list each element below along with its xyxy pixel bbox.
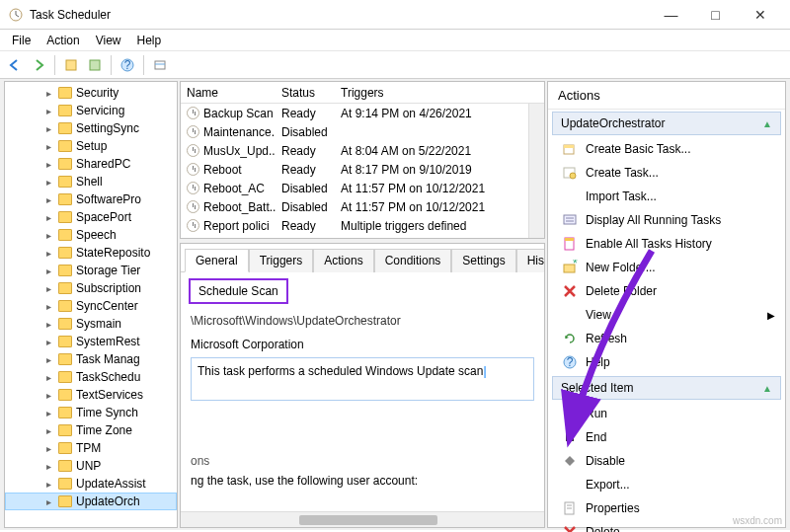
action-delete-folder[interactable]: Delete Folder <box>548 279 785 303</box>
expand-icon[interactable]: ▸ <box>42 479 54 490</box>
actions-group-selected[interactable]: Selected Item▲ <box>552 376 781 400</box>
expand-icon[interactable]: ▸ <box>42 461 54 472</box>
tree-node-task manag[interactable]: ▸Task Manag <box>5 350 177 368</box>
tab-conditions[interactable]: Conditions <box>374 249 452 272</box>
tab-settings[interactable]: Settings <box>451 249 515 272</box>
tree-node-tpm[interactable]: ▸TPM <box>5 439 177 457</box>
expand-icon[interactable]: ▸ <box>42 266 54 276</box>
tree-node-setup[interactable]: ▸Setup <box>5 137 177 155</box>
col-triggers[interactable]: Triggers <box>335 84 544 102</box>
expand-icon[interactable]: ▸ <box>42 141 54 152</box>
expand-icon[interactable]: ▸ <box>42 443 54 454</box>
maximize-button[interactable]: □ <box>693 1 738 29</box>
close-button[interactable]: ✕ <box>738 1 782 29</box>
action-enable-all-tasks-history[interactable]: Enable All Tasks History <box>548 232 785 256</box>
tree-node-speech[interactable]: ▸Speech <box>5 226 177 244</box>
action-new-folder[interactable]: *New Folder... <box>548 256 785 279</box>
expand-icon[interactable]: ▸ <box>42 408 54 418</box>
expand-icon[interactable]: ▸ <box>42 159 54 170</box>
tree-node-updateorch[interactable]: ▸UpdateOrch <box>5 493 177 510</box>
tree-node-time synch[interactable]: ▸Time Synch <box>5 404 177 421</box>
expand-icon[interactable]: ▸ <box>42 106 54 116</box>
task-row[interactable]: Maintenance...Disabled <box>181 122 544 141</box>
expand-icon[interactable]: ▸ <box>42 319 54 330</box>
nav-tree[interactable]: ▸Security▸Servicing▸SettingSync▸Setup▸Sh… <box>4 81 178 528</box>
task-row[interactable]: Reboot_ACDisabledAt 11:57 PM on 10/12/20… <box>181 179 544 197</box>
expand-icon[interactable]: ▸ <box>42 283 54 294</box>
task-row[interactable]: Report policiReadyMultiple triggers defi… <box>181 216 544 235</box>
tree-node-spaceport[interactable]: ▸SpacePort <box>5 208 177 226</box>
expand-icon[interactable]: ▸ <box>42 230 54 241</box>
tree-node-security[interactable]: ▸Security <box>5 84 177 102</box>
expand-icon[interactable]: ▸ <box>42 390 54 401</box>
task-row[interactable]: RebootReadyAt 8:17 PM on 9/10/2019 <box>181 160 544 179</box>
expand-icon[interactable]: ▸ <box>42 248 54 259</box>
tree-node-time zone[interactable]: ▸Time Zone <box>5 421 177 439</box>
tree-node-sharedpc[interactable]: ▸SharedPC <box>5 155 177 173</box>
tree-node-subscription[interactable]: ▸Subscription <box>5 279 177 297</box>
expand-icon[interactable]: ▸ <box>42 88 54 99</box>
expand-icon[interactable]: ▸ <box>42 337 54 347</box>
task-description[interactable]: This task performs a scheduled Windows U… <box>191 357 534 401</box>
toolbar-icon-1[interactable] <box>60 54 82 76</box>
action-display-all-running-tasks[interactable]: Display All Running Tasks <box>548 208 785 232</box>
help-icon[interactable]: ? <box>117 54 138 76</box>
folder-icon <box>58 105 72 116</box>
tree-node-settingsync[interactable]: ▸SettingSync <box>5 119 177 137</box>
action-create-task[interactable]: Create Task... <box>548 161 785 185</box>
menu-view[interactable]: View <box>88 32 129 49</box>
action-import-task[interactable]: Import Task... <box>548 185 785 208</box>
tree-node-textservices[interactable]: ▸TextServices <box>5 386 177 404</box>
tree-node-storage tier[interactable]: ▸Storage Tier <box>5 262 177 279</box>
action-help[interactable]: ?Help <box>548 350 785 374</box>
expand-icon[interactable]: ▸ <box>42 123 54 134</box>
menu-file[interactable]: File <box>4 32 39 49</box>
task-row[interactable]: Backup ScanReadyAt 9:14 PM on 4/26/2021 <box>181 104 544 122</box>
back-button[interactable] <box>4 54 26 76</box>
expand-icon[interactable]: ▸ <box>42 301 54 312</box>
toolbar-icon-3[interactable] <box>149 54 171 76</box>
action-end[interactable]: End <box>548 425 785 449</box>
action-refresh[interactable]: Refresh <box>548 327 785 350</box>
forward-button[interactable] <box>28 54 49 76</box>
expand-icon[interactable]: ▸ <box>42 354 54 365</box>
action-run[interactable]: Run <box>548 402 785 425</box>
actions-group-orchestrator[interactable]: UpdateOrchestrator▲ <box>552 112 781 135</box>
expand-icon[interactable]: ▸ <box>42 177 54 188</box>
action-create-basic-task[interactable]: Create Basic Task... <box>548 137 785 161</box>
tree-node-softwarepro[interactable]: ▸SoftwarePro <box>5 190 177 208</box>
task-row[interactable]: MusUx_Upd...ReadyAt 8:04 AM on 5/22/2021 <box>181 141 544 160</box>
task-list[interactable]: Name Status Triggers Backup ScanReadyAt … <box>180 81 545 239</box>
tree-node-systemrest[interactable]: ▸SystemRest <box>5 333 177 350</box>
expand-icon[interactable]: ▸ <box>42 425 54 436</box>
tree-node-shell[interactable]: ▸Shell <box>5 173 177 190</box>
tab-triggers[interactable]: Triggers <box>249 249 314 272</box>
tree-node-updateassist[interactable]: ▸UpdateAssist <box>5 475 177 493</box>
task-row[interactable]: Reboot_Batt...DisabledAt 11:57 PM on 10/… <box>181 197 544 216</box>
details-hscroll[interactable] <box>181 511 544 527</box>
toolbar-icon-2[interactable] <box>84 54 106 76</box>
expand-icon[interactable]: ▸ <box>42 212 54 223</box>
tree-node-synccenter[interactable]: ▸SyncCenter <box>5 297 177 315</box>
tab-history[interactable]: Hist <box>516 249 545 272</box>
enable-icon <box>562 236 578 252</box>
minimize-button[interactable]: — <box>649 1 693 29</box>
tab-actions[interactable]: Actions <box>313 249 373 272</box>
expand-icon[interactable]: ▸ <box>42 372 54 383</box>
action-view[interactable]: View▶ <box>548 303 785 327</box>
action-disable[interactable]: Disable <box>548 449 785 473</box>
menu-help[interactable]: Help <box>129 32 170 49</box>
tree-node-taskschedu[interactable]: ▸TaskSchedu <box>5 368 177 386</box>
action-export[interactable]: Export... <box>548 473 785 496</box>
tree-node-statereposito[interactable]: ▸StateReposito <box>5 244 177 262</box>
tab-general[interactable]: General <box>185 249 249 272</box>
expand-icon[interactable]: ▸ <box>42 194 54 205</box>
expand-icon[interactable]: ▸ <box>42 496 54 507</box>
tree-node-unp[interactable]: ▸UNP <box>5 457 177 475</box>
task-list-scrollbar[interactable] <box>528 104 544 238</box>
tree-node-servicing[interactable]: ▸Servicing <box>5 102 177 119</box>
tree-node-sysmain[interactable]: ▸Sysmain <box>5 315 177 333</box>
menu-action[interactable]: Action <box>39 32 87 49</box>
col-name[interactable]: Name <box>181 84 276 102</box>
col-status[interactable]: Status <box>276 84 335 102</box>
